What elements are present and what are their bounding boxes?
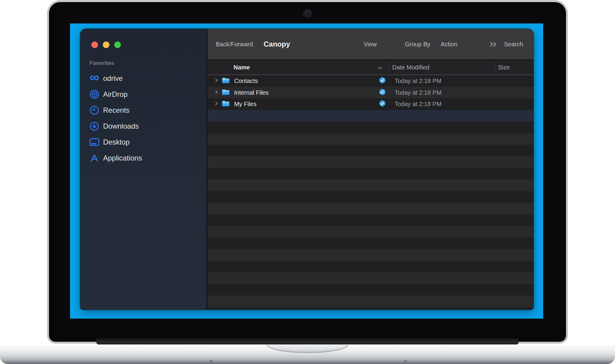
empty-table-row bbox=[208, 191, 534, 203]
disclosure-chevron-icon[interactable] bbox=[215, 90, 218, 95]
file-list: ContactsToday at 2:18 PMInternal FilesTo… bbox=[208, 75, 534, 310]
applications-icon bbox=[87, 153, 101, 163]
laptop-hinge bbox=[96, 338, 519, 345]
column-divider bbox=[494, 63, 495, 72]
empty-table-row bbox=[208, 121, 534, 133]
file-name: Internal Files bbox=[234, 89, 269, 96]
downloads-icon bbox=[87, 121, 101, 131]
empty-table-row bbox=[208, 214, 534, 226]
empty-table-row bbox=[208, 226, 534, 238]
empty-table-row bbox=[208, 133, 534, 145]
empty-table-row bbox=[208, 307, 534, 310]
date-modified: Today at 2:18 PM bbox=[395, 101, 442, 108]
group-by-button[interactable]: Group By bbox=[405, 29, 430, 60]
table-row[interactable]: My FilesToday at 2:18 PM bbox=[208, 98, 534, 110]
empty-table-row bbox=[208, 179, 534, 191]
synced-check-badge bbox=[379, 77, 385, 84]
synced-check-badge bbox=[379, 89, 385, 96]
search-button[interactable]: Search bbox=[504, 29, 523, 60]
list-header: Name Date Modified Size bbox=[208, 60, 534, 75]
folder-icon bbox=[222, 88, 230, 96]
column-header-name[interactable]: Name bbox=[234, 64, 250, 71]
sidebar-item-applications[interactable]: Applications bbox=[80, 150, 207, 166]
file-name: Contacts bbox=[234, 78, 258, 84]
odrive-infinity-icon: ∞ bbox=[87, 77, 101, 80]
base-foot-mark bbox=[210, 360, 213, 362]
main-pane: Back/Forward Canopy View Group By Action… bbox=[208, 29, 534, 310]
table-row[interactable]: ContactsToday at 2:18 PM bbox=[208, 75, 534, 87]
empty-table-row bbox=[208, 272, 534, 284]
toolbar: Back/Forward Canopy View Group By Action… bbox=[208, 29, 534, 60]
folder-icon bbox=[222, 100, 230, 108]
empty-table-row bbox=[208, 203, 534, 215]
empty-table-row bbox=[208, 145, 534, 157]
window-title: Canopy bbox=[264, 29, 290, 60]
empty-table-row bbox=[208, 237, 534, 249]
minimize-button[interactable] bbox=[103, 41, 109, 48]
sidebar-item-desktop[interactable]: Desktop bbox=[80, 134, 207, 150]
sidebar-item-odrive[interactable]: ∞ odrive bbox=[80, 70, 207, 86]
column-header-size[interactable]: Size bbox=[498, 64, 510, 71]
close-button[interactable] bbox=[91, 41, 98, 48]
sidebar-item-downloads[interactable]: Downloads bbox=[80, 118, 207, 134]
date-modified: Today at 2:18 PM bbox=[395, 78, 442, 84]
empty-table-row bbox=[208, 284, 534, 296]
recents-clock-icon bbox=[87, 106, 101, 115]
column-divider bbox=[389, 63, 389, 72]
webcam-icon bbox=[304, 9, 311, 17]
empty-table-row bbox=[208, 261, 534, 273]
empty-table-row bbox=[208, 110, 534, 122]
view-button[interactable]: View bbox=[364, 29, 377, 60]
base-foot-mark bbox=[404, 360, 407, 362]
chevron-double-right-icon[interactable] bbox=[490, 29, 497, 60]
folder-icon bbox=[222, 77, 230, 85]
zoom-button[interactable] bbox=[114, 41, 121, 48]
empty-table-row bbox=[208, 249, 534, 261]
synced-check-badge bbox=[379, 100, 385, 108]
finder-window: Favorites ∞ odrive AirDrop bbox=[80, 29, 534, 310]
action-button[interactable]: Action bbox=[441, 29, 457, 60]
macbook-mockup: Favorites ∞ odrive AirDrop bbox=[0, 0, 615, 364]
sidebar-items: ∞ odrive AirDrop bbox=[80, 70, 207, 166]
back-forward-button[interactable]: Back/Forward bbox=[216, 29, 253, 60]
sidebar-section-label: Favorites bbox=[90, 60, 114, 66]
empty-table-row bbox=[208, 168, 534, 180]
empty-table-row bbox=[208, 295, 534, 307]
column-header-date-modified[interactable]: Date Modified bbox=[392, 64, 429, 71]
sidebar-item-airdrop[interactable]: AirDrop bbox=[80, 86, 207, 102]
desktop-icon bbox=[87, 138, 101, 147]
disclosure-chevron-icon[interactable] bbox=[215, 78, 218, 84]
sort-ascending-icon bbox=[378, 64, 382, 71]
date-modified: Today at 2:18 PM bbox=[395, 89, 442, 96]
airdrop-icon bbox=[87, 90, 101, 99]
sidebar-item-recents[interactable]: Recents bbox=[80, 102, 207, 118]
empty-table-row bbox=[208, 156, 534, 168]
table-row[interactable]: Internal FilesToday at 2:18 PM bbox=[208, 87, 534, 99]
sidebar: Favorites ∞ odrive AirDrop bbox=[80, 29, 207, 310]
disclosure-chevron-icon[interactable] bbox=[215, 101, 218, 107]
webcam-lens bbox=[306, 12, 309, 15]
file-name: My Files bbox=[234, 101, 256, 108]
